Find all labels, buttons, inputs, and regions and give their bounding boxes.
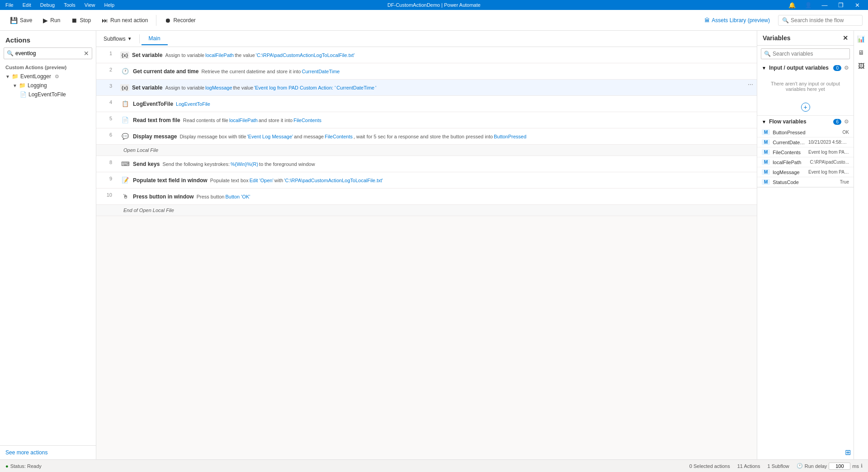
var-panel-expand-icon[interactable]: ⊞: [845, 448, 851, 457]
run-delay-help-icon[interactable]: ℹ: [861, 463, 863, 469]
io-variables-header[interactable]: ▼ Input / output variables 0 ⚙: [757, 62, 854, 74]
var-item-statuscode[interactable]: M StatusCode True: [757, 177, 854, 187]
subflows-button[interactable]: Subflows ▼: [98, 33, 137, 45]
action-row-5[interactable]: 5 📄 Read text from file Read contents of…: [96, 112, 757, 128]
chevron-down-icon: ▼: [5, 74, 10, 79]
search-icon: 🔍: [764, 51, 771, 57]
images-icon[interactable]: 🖼: [855, 60, 868, 72]
flow-variables-header[interactable]: ▼ Flow variables 6 ⚙: [757, 116, 854, 127]
tree-item-eventlogger[interactable]: ▼ 📁 EventLogger ⚙: [0, 72, 96, 81]
var-item-filecontents[interactable]: M FileContents Event log from PAD...: [757, 147, 854, 157]
set-variable-icon: {x}: [120, 84, 129, 91]
search-flow-input[interactable]: [791, 17, 859, 24]
search-icon: 🔍: [7, 50, 14, 57]
run-icon: ▶: [43, 17, 48, 24]
save-button[interactable]: 💾 Save: [5, 14, 37, 26]
flow-badge: 6: [833, 119, 841, 125]
action-row-4[interactable]: 4 📋 LogEventToFile LogEventToFile: [96, 96, 757, 112]
flow-variables-section: ▼ Flow variables 6 ⚙ M ButtonPressed OK …: [757, 116, 854, 188]
status-indicator: ●: [5, 463, 9, 469]
tree-item-logeventtofile[interactable]: 📄 LogEventToFile: [0, 90, 96, 99]
io-section-title: Input / output variables: [769, 65, 831, 71]
menu-tools[interactable]: Tools: [62, 2, 77, 8]
io-empty-message: There aren't any input or output variabl…: [757, 74, 854, 99]
press-button-icon: 🖱: [120, 192, 130, 202]
canvas-area: 1 {x} Set variable Assign to variable lo…: [96, 47, 757, 459]
menu-edit[interactable]: Edit: [21, 2, 33, 8]
var-search-container: 🔍: [761, 48, 850, 59]
var-item-currentdatetime[interactable]: M CurrentDateTi... 10/21/2023 4:58:53...: [757, 137, 854, 147]
window-title: DF-CustomActionDemo | Power Automate: [387, 2, 481, 8]
action-row-6[interactable]: 6 💬 Display message Display message box …: [96, 128, 757, 145]
toolbar-separator: [156, 15, 156, 26]
search-clear-button[interactable]: ✕: [84, 50, 89, 57]
action-row-8[interactable]: 8 ⌨ Send keys Send the following keystro…: [96, 156, 757, 172]
see-more-actions-link[interactable]: See more actions: [5, 449, 47, 456]
var-panel-footer: ⊞: [757, 445, 854, 459]
ui-elements-icon[interactable]: 🖥: [855, 46, 868, 59]
run-button[interactable]: ▶ Run: [38, 14, 65, 26]
menu-file[interactable]: File: [4, 2, 15, 8]
add-io-variable-button[interactable]: +: [801, 103, 810, 112]
selected-actions-status: 0 Selected actions: [689, 463, 730, 469]
run-delay-input[interactable]: [829, 463, 850, 470]
variables-toggle-icon[interactable]: 📊: [855, 33, 868, 45]
action-more-button[interactable]: ⋯: [744, 80, 757, 95]
assets-icon: 🏛: [704, 17, 710, 24]
action-row-10[interactable]: 10 🖱 Press button in window Press button…: [96, 189, 757, 205]
titlebar-close[interactable]: ✕: [850, 0, 864, 10]
settings-icon[interactable]: ⚙: [55, 74, 59, 80]
variables-panel-close[interactable]: ✕: [843, 34, 848, 42]
chevron-down-icon: ▼: [13, 83, 17, 88]
action-number: 8: [96, 156, 117, 172]
variables-panel-title: Variables: [763, 34, 791, 42]
recorder-button[interactable]: ⏺ Recorder: [160, 14, 200, 26]
subflows-bar: Subflows ▼ Main: [96, 31, 757, 47]
right-panel-icons: 📊 🖥 🖼: [854, 31, 868, 459]
tab-main[interactable]: Main: [142, 33, 168, 45]
folder-icon: 📁: [19, 82, 26, 89]
actions-search-input[interactable]: [15, 50, 84, 57]
chevron-down-icon: ▼: [127, 36, 132, 41]
menu-debug[interactable]: Debug: [38, 2, 57, 8]
custom-actions-label: Custom Actions (preview): [0, 63, 96, 72]
subflows-status: 1 Subflow: [767, 463, 789, 469]
action-number: 9: [96, 172, 117, 188]
var-item-logmessage[interactable]: M logMessage Event log from PAD...: [757, 167, 854, 177]
titlebar-minimize[interactable]: —: [817, 0, 832, 10]
var-search-input[interactable]: [773, 51, 847, 57]
action-row-2[interactable]: 2 🕐 Get current date and time Retrieve t…: [96, 63, 757, 80]
action-number: 1: [96, 47, 117, 63]
tree-item-logging[interactable]: ▼ 📁 Logging: [0, 81, 96, 90]
action-number: 3: [96, 80, 117, 95]
filter-icon[interactable]: ⚙: [844, 65, 849, 71]
search-flow-container: 🔍: [778, 15, 863, 26]
action-icon: 📄: [20, 91, 27, 98]
filter-icon[interactable]: ⚙: [844, 118, 849, 125]
run-next-button[interactable]: ⏭ Run next action: [97, 14, 152, 26]
read-file-icon: 📄: [120, 115, 130, 125]
var-item-localfilepath[interactable]: M localFilePath C:\RPA\padCusto...: [757, 157, 854, 167]
menu-help[interactable]: Help: [102, 2, 116, 8]
var-item-buttonpressed[interactable]: M ButtonPressed OK: [757, 127, 854, 137]
send-keys-icon: ⌨: [120, 159, 130, 169]
group-label-open-local-file: Open Local File: [96, 145, 757, 156]
set-variable-icon: {x}: [120, 52, 129, 59]
save-icon: 💾: [10, 17, 18, 24]
menu-view[interactable]: View: [83, 2, 97, 8]
action-number: 10: [96, 189, 117, 204]
group-end-open-local-file: End of Open Local File: [96, 205, 757, 216]
search-flow-icon: 🔍: [782, 17, 789, 24]
assets-library-button[interactable]: 🏛 Assets Library (preview): [700, 15, 774, 26]
action-row-1[interactable]: 1 {x} Set variable Assign to variable lo…: [96, 47, 757, 63]
folder-icon: 📁: [12, 73, 19, 80]
titlebar-account[interactable]: 👤: [801, 0, 816, 10]
titlebar-maximize[interactable]: ❐: [834, 0, 848, 10]
action-number: 6: [96, 128, 117, 144]
stop-button[interactable]: ⏹ Stop: [66, 14, 95, 26]
chevron-down-icon: ▼: [762, 66, 766, 71]
log-event-icon: 📋: [120, 99, 130, 109]
titlebar-notification[interactable]: 🔔: [785, 0, 799, 10]
action-row-9[interactable]: 9 📝 Populate text field in window Popula…: [96, 172, 757, 189]
action-row-3[interactable]: 3 {x} Set variable Assign to variable lo…: [96, 80, 757, 96]
